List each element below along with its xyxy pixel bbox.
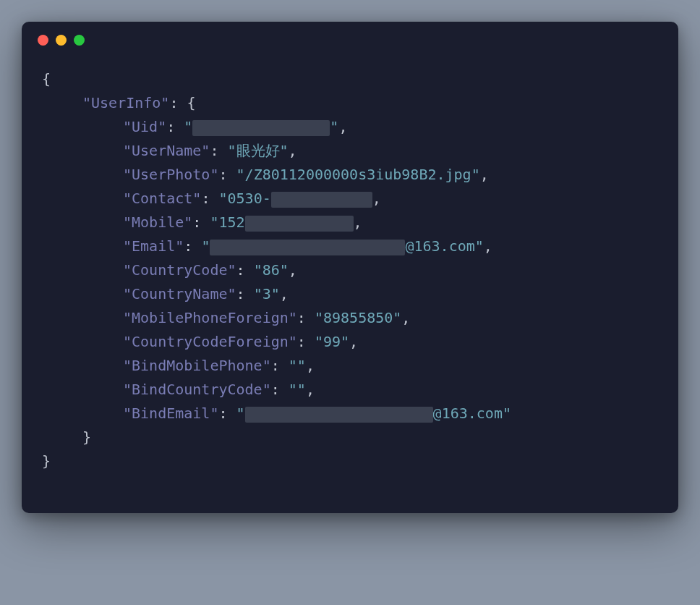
minimize-icon[interactable]: [56, 35, 67, 46]
json-entry: "Uid": "x",: [42, 115, 658, 139]
json-entry: "CountryCodeForeign": "99",: [42, 330, 658, 354]
json-entry: "CountryCode": "86",: [42, 258, 658, 282]
json-entry: "Mobile": "152x,: [42, 211, 658, 234]
json-entry: "UserPhoto": "/Z80112000000s3iub98B2.jpg…: [42, 163, 658, 187]
code-content: {"UserInfo": {"Uid": "x","UserName": "眼光…: [22, 53, 678, 513]
close-icon[interactable]: [38, 35, 48, 46]
window-titlebar: [22, 22, 678, 53]
json-entry: "BindCountryCode": "",: [42, 378, 658, 402]
json-entry: "UserName": "眼光好",: [42, 139, 658, 163]
json-entry: "BindEmail": "x@163.com": [42, 402, 658, 426]
json-entry: "MobilePhoneForeign": "89855850",: [42, 306, 658, 330]
json-entry: "Email": "x@163.com",: [42, 234, 658, 258]
json-entry: "CountryName": "3",: [42, 282, 658, 306]
zoom-icon[interactable]: [74, 35, 85, 46]
json-entry: "Contact": "0530-x,: [42, 187, 658, 211]
json-entry: "BindMobilePhone": "",: [42, 354, 658, 378]
code-window: {"UserInfo": {"Uid": "x","UserName": "眼光…: [22, 22, 678, 513]
